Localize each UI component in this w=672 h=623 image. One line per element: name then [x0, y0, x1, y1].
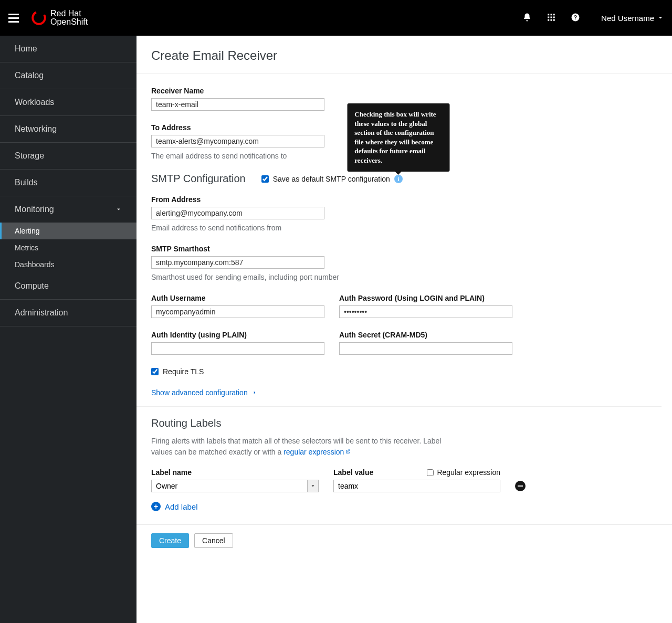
auth-secret-input[interactable] — [339, 342, 512, 355]
regex-label: Regular expression — [437, 468, 500, 477]
sidebar-item-compute[interactable]: Compute — [0, 273, 136, 299]
smtp-section-title: SMTP Configuration — [151, 173, 246, 185]
save-default-label: Save as default SMTP configuration — [273, 175, 390, 183]
svg-rect-3 — [553, 14, 555, 15]
auth-password-label: Auth Password (Using LOGIN and PLAIN) — [339, 294, 512, 302]
svg-rect-5 — [551, 16, 552, 18]
routing-labels-title: Routing Labels — [151, 417, 647, 429]
to-address-input[interactable] — [151, 135, 324, 147]
svg-rect-2 — [551, 14, 552, 15]
user-menu[interactable]: Ned Username — [601, 14, 664, 23]
add-label-text: Add label — [165, 502, 198, 511]
external-link-icon — [345, 449, 351, 455]
label-name-dropdown-button[interactable] — [307, 480, 319, 492]
cancel-button[interactable]: Cancel — [194, 533, 233, 548]
auth-identity-input[interactable] — [151, 342, 324, 355]
sidebar-item-alerting[interactable]: Alerting — [0, 223, 136, 239]
show-advanced-label: Show advanced configuration — [151, 388, 248, 397]
sidebar-item-home[interactable]: Home — [0, 36, 136, 62]
require-tls-checkbox[interactable] — [151, 368, 159, 375]
smarthost-help: Smarthost used for sending emails, inclu… — [151, 273, 647, 281]
svg-point-0 — [32, 10, 46, 25]
sidebar-item-dashboards[interactable]: Dashboards — [0, 256, 136, 273]
routing-desc: Firing alerts with labels that match all… — [151, 436, 445, 458]
auth-identity-label: Auth Identity (using PLAIN) — [151, 331, 324, 339]
sidebar-item-workloads[interactable]: Workloads — [0, 89, 136, 115]
receiver-name-label: Receiver Name — [151, 87, 647, 95]
auth-secret-label: Auth Secret (CRAM-MD5) — [339, 331, 512, 339]
info-icon[interactable]: i Checking this box will write these val… — [394, 175, 403, 183]
hamburger-menu-button[interactable] — [8, 12, 21, 24]
svg-rect-4 — [548, 16, 549, 18]
brand[interactable]: Red Hat OpenShift — [32, 9, 88, 26]
page-title: Create Email Receiver — [151, 48, 657, 63]
regex-link[interactable]: regular expression — [284, 448, 351, 456]
create-button[interactable]: Create — [151, 533, 189, 548]
help-icon[interactable]: ? — [571, 13, 580, 24]
remove-label-button[interactable] — [515, 481, 526, 491]
regex-checkbox[interactable] — [427, 469, 434, 476]
username: Ned Username — [601, 14, 654, 23]
from-address-label: From Address — [151, 195, 647, 204]
add-label-button[interactable]: + Add label — [151, 502, 647, 511]
label-value-input[interactable] — [333, 480, 500, 492]
main-content: Create Email Receiver Receiver Name To A… — [136, 36, 672, 623]
from-address-input[interactable] — [151, 207, 324, 219]
chevron-down-icon — [310, 483, 316, 489]
sidebar-item-builds[interactable]: Builds — [0, 170, 136, 196]
notifications-icon[interactable] — [522, 13, 532, 24]
sidebar-item-networking[interactable]: Networking — [0, 116, 136, 142]
auth-username-label: Auth Username — [151, 294, 324, 302]
label-name-label: Label name — [151, 468, 319, 477]
label-value-label: Label value — [333, 468, 373, 477]
brand-text: Red Hat OpenShift — [50, 9, 88, 26]
chevron-right-icon — [252, 390, 257, 395]
sidebar-item-label: Monitoring — [15, 205, 54, 214]
auth-password-input[interactable] — [339, 305, 512, 318]
sidebar-item-catalog[interactable]: Catalog — [0, 62, 136, 89]
svg-rect-9 — [553, 19, 555, 20]
auth-username-input[interactable] — [151, 305, 324, 318]
label-name-select[interactable] — [151, 480, 319, 492]
sidebar-item-metrics[interactable]: Metrics — [0, 239, 136, 256]
masthead: Red Hat OpenShift ? Ned Username — [0, 0, 672, 36]
chevron-down-icon — [657, 15, 664, 21]
sidebar: Home Catalog Workloads Networking Storag… — [0, 36, 136, 623]
minus-icon — [518, 485, 523, 487]
svg-text:?: ? — [574, 14, 577, 20]
plus-icon: + — [151, 502, 161, 511]
sidebar-item-administration[interactable]: Administration — [0, 300, 136, 326]
smarthost-input[interactable] — [151, 256, 324, 269]
sidebar-item-storage[interactable]: Storage — [0, 143, 136, 169]
redhat-logo-icon — [32, 10, 46, 25]
receiver-name-input[interactable] — [151, 98, 324, 111]
apps-icon[interactable] — [547, 13, 556, 24]
save-default-checkbox[interactable] — [261, 175, 269, 183]
svg-rect-7 — [548, 19, 549, 20]
sidebar-item-monitoring[interactable]: Monitoring — [0, 196, 136, 223]
svg-rect-1 — [548, 14, 549, 15]
chevron-down-icon — [116, 206, 122, 213]
svg-rect-8 — [551, 19, 552, 20]
smarthost-label: SMTP Smarthost — [151, 245, 647, 253]
from-address-help: Email address to send notifications from — [151, 224, 647, 232]
svg-rect-6 — [553, 16, 555, 18]
label-name-input[interactable] — [151, 480, 307, 492]
tooltip: Checking this box will write these value… — [347, 103, 449, 171]
require-tls-label: Require TLS — [163, 367, 204, 376]
show-advanced-link[interactable]: Show advanced configuration — [151, 388, 647, 397]
